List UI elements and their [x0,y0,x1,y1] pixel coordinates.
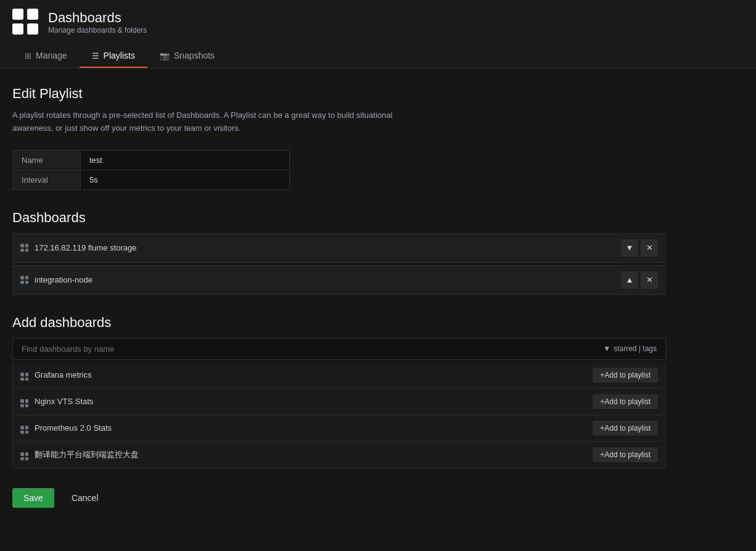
name-label: Name [13,150,81,170]
cancel-button[interactable]: Cancel [60,488,110,508]
dashboard-grid-icon [20,422,28,434]
header-text: Dashboards Manage dashboards & folders [48,10,147,35]
list-item: Grafana metrics +Add to playlist [12,362,666,389]
playlist-item-actions: ▼ ✕ [621,239,658,257]
filter-label: starred | tags [614,344,657,353]
tab-nav: ⊞ Manage ☰ Playlists 📷 Snapshots [12,44,744,68]
app-subtitle: Manage dashboards & folders [48,26,147,35]
playlist-item: integration-node ▲ ✕ [12,265,666,295]
dashboards-section-title: Dashboards [12,210,666,226]
list-item: 翻译能力平台端到端监控大盘 +Add to playlist [12,442,666,468]
interval-row: Interval 5s [13,170,290,189]
name-value: test [81,150,290,170]
playlist-item-name: 172.16.82.119 flume storage [35,243,621,252]
add-to-playlist-button[interactable]: +Add to playlist [593,447,658,462]
page-title: Edit Playlist [12,86,666,102]
tab-snapshots[interactable]: 📷 Snapshots [147,44,227,68]
remove-button[interactable]: ✕ [641,271,658,289]
save-button[interactable]: Save [12,488,54,508]
header: Dashboards Manage dashboards & folders ⊞… [0,0,756,68]
add-to-playlist-button[interactable]: +Add to playlist [593,368,658,383]
dashboard-name: Grafana metrics [35,370,593,379]
remove-button[interactable]: ✕ [641,239,658,257]
list-item: Prometheus 2.0 Stats +Add to playlist [12,415,666,442]
tab-playlists[interactable]: ☰ Playlists [80,44,147,68]
dashboard-name: Nginx VTS Stats [35,397,593,406]
playlist-item: 172.16.82.119 flume storage ▼ ✕ [12,233,666,263]
add-to-playlist-button[interactable]: +Add to playlist [593,394,658,409]
dashboard-grid-icon [20,449,28,461]
playlists-icon: ☰ [92,51,99,60]
move-up-button[interactable]: ▲ [621,271,638,289]
tab-manage[interactable]: ⊞ Manage [12,44,80,68]
list-item: Nginx VTS Stats +Add to playlist [12,389,666,415]
app-logo [12,9,39,36]
search-input[interactable] [13,339,594,359]
manage-icon: ⊞ [25,51,31,60]
header-top: Dashboards Manage dashboards & folders [12,9,744,36]
snapshots-icon: 📷 [160,51,170,60]
name-row: Name test [13,150,290,170]
dashboard-grid-icon [20,396,28,408]
playlist-item-actions: ▲ ✕ [621,271,658,289]
interval-value: 5s [81,170,290,189]
filter-icon: ▼ [603,344,610,353]
search-row: ▼ starred | tags [12,338,666,360]
dashboard-name: 翻译能力平台端到端监控大盘 [35,449,593,460]
add-dashboards-title: Add dashboards [12,315,666,331]
dashboard-grid-icon [20,276,28,284]
dashboard-grid-icon [20,369,28,381]
dashboard-grid-icon [20,244,28,252]
playlist-item-name: integration-node [35,275,621,284]
filter-button[interactable]: ▼ starred | tags [594,339,665,358]
footer-actions: Save Cancel [12,488,666,508]
move-down-button[interactable]: ▼ [621,239,638,257]
playlist-form: Name test Interval 5s [12,150,290,190]
interval-label: Interval [13,170,81,189]
main-content: Edit Playlist A playlist rotates through… [0,68,678,532]
app-title: Dashboards [48,10,147,26]
page-description: A playlist rotates through a pre-selecte… [12,109,419,135]
add-dashboards-section: Add dashboards ▼ starred | tags Grafana … [12,315,666,468]
dashboards-section: Dashboards 172.16.82.119 flume storage ▼… [12,210,666,295]
dashboard-name: Prometheus 2.0 Stats [35,423,593,433]
add-to-playlist-button[interactable]: +Add to playlist [593,421,658,436]
